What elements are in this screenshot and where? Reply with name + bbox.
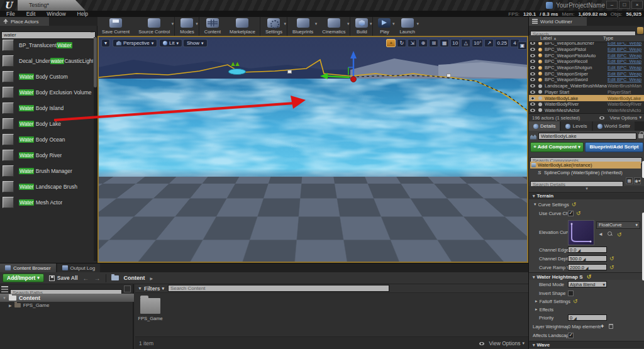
channel-depth-input[interactable]: 500.0◢ [568,255,607,262]
place-actors-scrollbar[interactable] [94,37,97,261]
actor-type[interactable]: Edit BPC_Weap [608,58,644,64]
outliner-row[interactable]: Player Start PlayerStart [529,89,644,96]
water-heightmap-section-header[interactable]: ▾Water Heightmap S ↺ [529,272,644,280]
revert-icon[interactable]: ↺ [576,210,581,216]
place-actor-item[interactable]: Water Body Lake [0,116,93,131]
toolbar-button[interactable]: Launch [395,17,419,36]
menu-window[interactable]: Window [47,11,65,17]
back-arrow-icon[interactable]: ← [83,275,89,282]
outliner-row[interactable]: Landscape_WaterBrushMana WaterBrushMan [529,83,644,89]
actor-type[interactable]: Edit BPC_Weap [608,47,644,52]
visibility-eye-icon[interactable] [530,42,535,45]
curve-ramp-input[interactable]: 2000.0◢ [568,264,607,270]
curve-settings-row[interactable]: ▾Curve Settings ↺ [529,201,644,208]
effects-row[interactable]: ▸Effects [529,306,644,313]
use-curve-checkbox[interactable] [568,211,574,216]
expand-arrow-icon[interactable]: ▼ [3,296,6,300]
tree-item-fps-game[interactable]: ▶ FPS_Game [0,302,134,309]
actor-name-input[interactable] [538,133,636,140]
sources-toggle-icon[interactable] [1,286,8,292]
revert-icon[interactable]: ↺ [572,201,577,208]
breadcrumb-expand-icon[interactable]: ▶ [150,276,153,280]
revert-icon[interactable]: ↺ [587,274,592,280]
breadcrumb-content[interactable]: Content [124,275,145,281]
wave-section-header[interactable]: ▾Wave [529,341,644,348]
actor-type[interactable]: Edit BPC_Weap [608,53,644,58]
add-element-icon[interactable]: + [601,323,604,330]
add-import-button[interactable]: Add/Import▾ [3,274,44,282]
actor-type[interactable]: WaterBodyRiver [608,101,644,107]
actor-type[interactable]: Edit BPC_Weap [608,71,644,77]
forward-arrow-icon[interactable]: → [94,275,101,282]
place-actor-item[interactable]: BP_TranslucentWater [0,37,93,53]
rotation-snap-button[interactable]: △ [461,39,470,47]
actor-type[interactable]: WaterBrushMan [608,83,644,89]
place-actor-item[interactable]: Water Mesh Actor [0,194,93,210]
toolbar-button[interactable]: Play [374,17,395,36]
outliner-row[interactable]: BPC_WeaponPistolAuto Edit BPC_Weap [529,52,644,58]
scrollbar-thumb[interactable] [94,37,97,87]
outliner-row[interactable]: BPC_WeaponSword Edit BPC_Weap [529,77,644,83]
visibility-eye-icon[interactable] [530,54,535,57]
delete-elements-icon[interactable] [609,324,613,329]
place-actor-item[interactable]: Water Body Island [0,100,93,116]
filters-button[interactable]: ▼Filters▾ [138,285,164,292]
place-actor-item[interactable]: Water Brush Manager [0,163,93,179]
rotate-tool-button[interactable]: ↻ [397,39,406,47]
expand-arrow-icon[interactable]: ▶ [9,303,12,307]
place-actor-item[interactable]: Water Body River [0,147,93,163]
visibility-eye-icon[interactable] [530,102,535,106]
scale-tool-button[interactable]: ⇲ [408,39,417,47]
tab-world-settings[interactable]: World Settir [593,121,635,131]
rotation-snap-value[interactable]: 10° [472,39,483,47]
minimize-button[interactable]: – [606,1,618,9]
actor-sprite[interactable] [287,70,292,74]
toolbar-button[interactable]: Source Control [134,17,175,36]
invert-shape-checkbox[interactable] [568,291,574,296]
place-actor-item[interactable]: Water Body Custom [0,69,93,84]
toolbar-button[interactable]: Modes [175,17,199,36]
outliner-view-options[interactable]: View Options▾ [599,115,641,121]
tab-details[interactable]: Details [529,121,560,131]
unreal-logo-icon[interactable]: U [2,0,14,10]
menu-file[interactable]: File [6,11,15,17]
actor-type[interactable]: WaterBodyLake [608,96,644,101]
menu-help[interactable]: Help [77,11,88,17]
toolbar-button[interactable]: Blueprints [288,17,318,36]
save-all-button[interactable]: Save All [49,275,78,281]
outliner-row[interactable]: BPC_WeaponLauncher Edit BPC_Weap [529,42,644,47]
visibility-eye-icon[interactable] [530,84,535,87]
property-matrix-icon[interactable]: ▦ [626,177,633,184]
path-settings-icon[interactable] [124,285,131,292]
outliner-row[interactable]: WaterBodyRiver WaterBodyRiver [529,101,644,108]
menu-edit[interactable]: Edit [26,11,36,17]
falloff-settings-row[interactable]: ▸Falloff Settings ↺ [529,297,644,305]
place-actor-item[interactable]: Water Landscape Brush [0,179,93,194]
tree-item-content[interactable]: ▼ Content [0,294,134,302]
column-label[interactable]: Label ▲ [529,35,603,42]
revert-icon[interactable]: ↺ [617,231,622,238]
perspective-button[interactable]: Perspective▾ [113,39,157,47]
maximize-viewport-button[interactable]: ▣ [518,42,527,50]
outliner-row[interactable]: BPC_WeaponRecoil Edit BPC_Weap [529,58,644,65]
close-button[interactable]: × [631,1,643,9]
clear-search-icon[interactable]: × [91,28,94,35]
float-curve-dropdown[interactable]: FloatCurve▾ [596,221,640,229]
toolbar-button[interactable]: Save Current [97,17,134,36]
surface-snap-button[interactable]: ⊞ [429,39,438,47]
component-row-root[interactable]: WaterBodyLake(Instance) [530,162,641,169]
scale-snap-button[interactable]: ↗ [484,39,494,47]
place-actor-item[interactable]: Decal_UnderwaterCausticLights [0,53,93,69]
toolbar-button[interactable]: Build [351,17,373,36]
blend-mode-dropdown[interactable]: Alpha Blend▾ [568,281,607,287]
visibility-eye-icon[interactable] [530,48,535,51]
tab-content-browser[interactable]: Content Browser [0,263,56,272]
channel-edge-input[interactable]: 0.0◢ [568,247,607,253]
outliner-row[interactable]: BPC_WeaponSniper Edit BPC_Weap [529,70,644,77]
outliner-filter-icon[interactable] [637,27,643,34]
move-tool-button[interactable]: + [386,39,396,47]
outliner-row[interactable]: BPC_WeaponPistol Edit BPC_Weap [529,47,644,53]
add-component-button[interactable]: + Add Component ▾ [530,142,584,152]
outliner-row[interactable]: BPC_WeaponShotgun Edit BPC_Weap [529,65,644,71]
component-row-spline[interactable]: S SplineComp (WaterSpline) (Inherited) [530,169,641,176]
